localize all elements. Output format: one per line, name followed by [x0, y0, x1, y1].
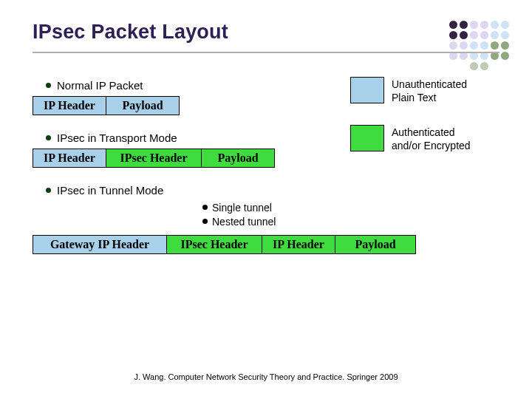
- bullet-icon: [46, 83, 51, 88]
- page-title: IPsec Packet Layout: [33, 21, 228, 44]
- cell-ipsec-header: IPsec Header: [166, 235, 262, 254]
- cell-ip-header: IP Header: [33, 96, 106, 115]
- legend-text-auth: Authenticatedand/or Encrypted: [392, 125, 471, 152]
- bullet-icon: [202, 205, 208, 210]
- bullet-icon: [46, 135, 51, 140]
- legend-item-plain: UnauthenticatedPlain Text: [350, 77, 505, 104]
- cell-ipsec-header: IPsec Header: [106, 149, 202, 168]
- cell-gateway-ip-header: Gateway IP Header: [33, 235, 167, 254]
- cell-ip-header: IP Header: [262, 235, 335, 254]
- cell-ip-header: IP Header: [33, 149, 106, 168]
- swatch-plain: [350, 77, 384, 103]
- bullet-icon: [46, 188, 51, 193]
- section-label-tunnel: IPsec in Tunnel Mode: [46, 184, 163, 197]
- packet-tunnel: Gateway IP Header IPsec Header IP Header…: [33, 235, 499, 254]
- cell-payload: Payload: [106, 96, 180, 115]
- footer-citation: J. Wang. Computer Network Security Theor…: [0, 372, 532, 381]
- legend-item-auth: Authenticatedand/or Encrypted: [350, 125, 505, 152]
- swatch-auth: [350, 125, 384, 151]
- legend: UnauthenticatedPlain Text Authenticateda…: [350, 77, 505, 173]
- legend-text-plain: UnauthenticatedPlain Text: [392, 77, 467, 104]
- tunnel-sub-list: Single tunnel Nested tunnel: [202, 201, 499, 229]
- cell-payload: Payload: [335, 235, 416, 254]
- bullet-icon: [202, 219, 208, 224]
- title-underline: [33, 52, 499, 53]
- cell-payload: Payload: [201, 149, 275, 168]
- corner-dots-decoration: [449, 21, 514, 70]
